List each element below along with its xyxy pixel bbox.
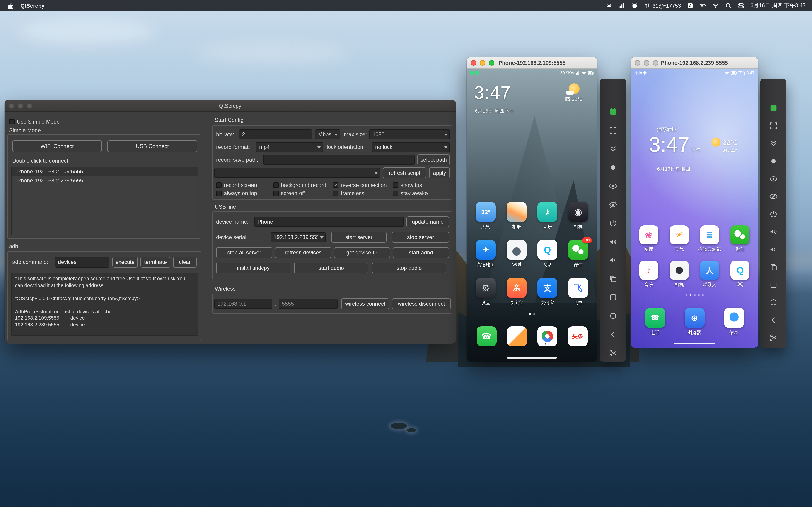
stop-all-server-button[interactable]: stop all server	[216, 247, 272, 258]
refresh-devices-button[interactable]: refresh devices	[275, 247, 331, 258]
notifications-icon[interactable]	[760, 138, 786, 149]
bit-rate-unit-select[interactable]: Mbps	[315, 129, 340, 139]
app-phone[interactable]: ☎电话	[641, 308, 669, 336]
wifi-connect-button[interactable]: WIFI Connect	[12, 140, 102, 152]
update-name-button[interactable]: update name	[406, 216, 449, 227]
checkbox-background-record[interactable]: background record	[273, 182, 326, 188]
back-icon[interactable]	[760, 315, 786, 325]
wireless-connect-button[interactable]: wireless connect	[341, 298, 389, 309]
overview-icon[interactable]	[600, 292, 626, 302]
app-weather[interactable]: 32°天气	[472, 202, 500, 230]
activity-icon[interactable]	[618, 0, 625, 11]
wifi-icon[interactable]	[712, 0, 719, 11]
app-gallery[interactable]: ❀图库	[635, 225, 663, 252]
stop-server-button[interactable]: stop server	[392, 232, 449, 243]
start-adbd-button[interactable]: start adbd	[393, 247, 449, 258]
use-simple-mode-checkbox[interactable]: Use Simple Mode	[9, 119, 60, 125]
app-contacts[interactable]: 人联系人	[696, 261, 724, 288]
touch-icon[interactable]	[600, 163, 626, 172]
volume-down-icon[interactable]	[600, 255, 626, 265]
app-phone[interactable]: ☎	[472, 326, 501, 346]
usb-connect-button[interactable]: USB Connect	[107, 140, 197, 152]
minimize-button[interactable]	[480, 60, 485, 66]
device-serial-select[interactable]: 192.168.2.239:5555	[270, 232, 326, 242]
app-feishu[interactable]: 飞飞书	[564, 278, 592, 306]
wireless-ip-input[interactable]	[214, 299, 272, 309]
app-amap[interactable]: ✈高德地图	[472, 240, 500, 268]
apple-menu-icon[interactable]	[6, 0, 13, 11]
app-photos[interactable]	[503, 326, 531, 346]
home-indicator[interactable]	[674, 343, 715, 344]
refresh-script-button[interactable]: refresh script	[383, 168, 426, 178]
volume-up-icon[interactable]	[600, 237, 626, 247]
checkbox-show-fps[interactable]: show fps	[393, 182, 422, 188]
menubar-app-name[interactable]: QtScrcpy	[20, 2, 45, 9]
power-icon[interactable]	[760, 209, 786, 219]
github-icon[interactable]	[631, 0, 638, 11]
execute-button[interactable]: execute	[112, 257, 138, 268]
input-source-icon[interactable]	[687, 0, 694, 11]
install-sndcpy-button[interactable]: install sndcpy	[216, 263, 291, 273]
app-weather[interactable]: ☀天气	[665, 225, 693, 252]
home-icon[interactable]	[760, 297, 786, 307]
lock-orientation-select[interactable]: no lock	[372, 142, 450, 152]
record-save-path-input[interactable]	[263, 155, 415, 165]
close-button[interactable]	[471, 60, 476, 66]
qtscrcpy-titlebar[interactable]: QtScrcpy	[5, 100, 456, 112]
app-music[interactable]: ♪音乐	[635, 261, 663, 288]
app-alipay[interactable]: 支支付宝	[533, 278, 561, 306]
screenshot-icon[interactable]	[600, 348, 626, 358]
app-icon[interactable]	[760, 103, 786, 113]
checkbox-reverse-connection[interactable]: ✓reverse connection	[333, 182, 387, 188]
screen-off-icon[interactable]	[760, 191, 786, 202]
adb-command-input[interactable]	[55, 257, 109, 268]
app-music[interactable]: ♪音乐	[533, 202, 561, 230]
search-icon[interactable]	[725, 0, 732, 11]
phone1-screen[interactable]: 89.9K/s 3:47 6月16日 周四下午 晴 32°C 32°天气相册♪音…	[467, 69, 597, 362]
volume-down-icon[interactable]	[760, 244, 786, 255]
close-button[interactable]	[9, 103, 14, 109]
wireless-disconnect-button[interactable]: wireless disconnect	[392, 298, 451, 309]
max-size-select[interactable]: 1080	[369, 129, 450, 139]
get-device-ip-button[interactable]: get device IP	[334, 247, 390, 258]
control-center-icon[interactable]	[738, 0, 745, 11]
app-browser[interactable]: ⊕浏览器	[680, 308, 708, 336]
phone2-titlebar[interactable]: Phone-192.168.2.239:5555	[631, 57, 758, 69]
weather-widget[interactable]: 32°C 34 / 21°	[711, 137, 738, 153]
app-icon[interactable]	[600, 107, 626, 117]
device-list-item[interactable]: Phone-192.168.2.239:5555	[12, 176, 198, 185]
app-camera[interactable]: 相机	[665, 261, 693, 288]
zoom-button[interactable]	[653, 60, 658, 66]
fullscreen-icon[interactable]	[600, 125, 626, 135]
app-messages[interactable]: 信息	[720, 308, 748, 336]
back-icon[interactable]	[600, 330, 626, 340]
battery-icon[interactable]	[700, 0, 706, 11]
power-icon[interactable]	[600, 218, 626, 228]
minimize-button[interactable]	[18, 103, 23, 109]
screen-on-icon[interactable]	[600, 181, 626, 191]
device-name-input[interactable]	[254, 217, 404, 227]
terminate-button[interactable]: terminate	[141, 257, 170, 268]
screenshot-icon[interactable]	[760, 333, 786, 343]
clear-button[interactable]: clear	[173, 257, 197, 268]
record-format-select[interactable]: mp4	[256, 142, 323, 152]
app-seal[interactable]: Seal	[503, 240, 530, 268]
app-switch-icon[interactable]	[600, 274, 626, 284]
minimize-button[interactable]	[644, 60, 649, 66]
menubar-clock[interactable]: 6月16日 周四 下午3:47	[750, 2, 806, 9]
zoom-button[interactable]	[489, 60, 494, 66]
script-select[interactable]	[214, 168, 380, 178]
stop-audio-button[interactable]: stop audio	[372, 263, 446, 273]
app-camera[interactable]: ◉相机	[564, 202, 592, 230]
app-settings[interactable]: ⚙设置	[472, 278, 500, 306]
checkbox-stay-awake[interactable]: stay awake	[393, 190, 428, 196]
checkbox-frameless[interactable]: frameless	[333, 190, 364, 196]
wireless-port-input[interactable]	[279, 299, 338, 309]
zoom-button[interactable]	[27, 103, 32, 109]
home-indicator[interactable]	[507, 357, 557, 358]
app-gallery[interactable]: 相册	[503, 202, 530, 230]
checkbox-always-on-top[interactable]: always on top	[216, 190, 257, 196]
home-icon[interactable]	[600, 311, 626, 321]
device-list-item[interactable]: Phone-192.168.2.109:5555	[12, 167, 198, 176]
app-youdao-note[interactable]: ≣有道云笔记	[696, 225, 724, 252]
